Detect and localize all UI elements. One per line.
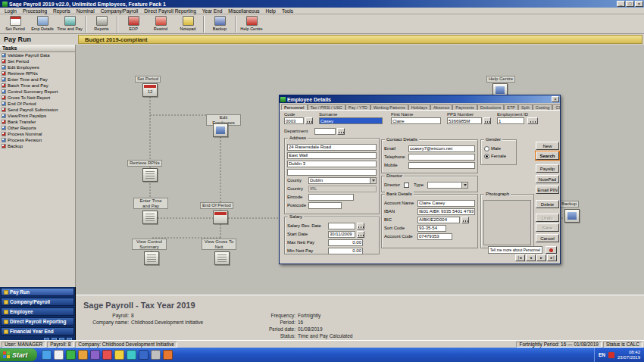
toolbar-eop-button[interactable]: EOP	[120, 15, 147, 31]
tab-personnel[interactable]: Personnel	[281, 104, 308, 110]
director-type-dropdown[interactable]	[427, 182, 468, 189]
taskbar-app-icon[interactable]	[151, 350, 161, 360]
menu-miscellaneous[interactable]: Miscellaneous	[225, 8, 262, 14]
county-dropdown[interactable]: Dublin	[308, 177, 377, 184]
tab-etp[interactable]: ETP	[504, 104, 518, 110]
department-browse-button[interactable]	[337, 128, 345, 135]
taskbar-app-icon[interactable]	[78, 350, 88, 360]
toolbar-rewind-button[interactable]: Rewind	[147, 15, 174, 31]
nav-direct-payroll-reporting[interactable]: Direct Payroll Reporting	[1, 317, 74, 326]
bic-input[interactable]	[417, 217, 460, 223]
task-bank-transfer[interactable]: Bank Transfer	[0, 119, 75, 125]
code-browse-button[interactable]	[305, 117, 313, 124]
task-edit-employees[interactable]: Edit Employees	[0, 64, 75, 70]
flow-node-retrieve-rpns[interactable]	[142, 168, 158, 182]
flow-node-view-control-summary[interactable]	[144, 251, 159, 265]
flow-node-set-period[interactable]: 12	[142, 83, 158, 97]
taskbar-app-icon[interactable]	[127, 350, 136, 360]
tab-cso[interactable]: CSO	[552, 104, 560, 110]
gender-male-option[interactable]: Male	[484, 145, 513, 151]
flow-node-backup[interactable]	[564, 209, 580, 223]
maximize-button[interactable]: □	[626, 1, 634, 7]
menu-year-end[interactable]: Year End	[199, 8, 226, 14]
iban-input[interactable]	[417, 208, 475, 215]
toolbar-backup-button[interactable]: Backup	[206, 15, 233, 31]
nav-pay-run[interactable]: Pay Run	[1, 288, 74, 296]
task-backup[interactable]: Backup	[0, 143, 75, 149]
tab-pay-ytd[interactable]: Pay / YTD	[345, 104, 370, 110]
tab-working-patterns[interactable]: Working Patterns	[370, 104, 408, 110]
pps-browse-button[interactable]	[483, 117, 491, 124]
telephone-input[interactable]	[408, 154, 475, 161]
toolbar-reports-button[interactable]: Reports	[88, 15, 115, 31]
menu-help[interactable]: Help	[263, 8, 279, 14]
task-set-period[interactable]: Set Period	[0, 58, 75, 64]
next-record-button[interactable]: ►	[536, 254, 546, 261]
tab-holidays[interactable]: Holidays	[408, 104, 430, 110]
task-enter-time-and-pay[interactable]: Enter Time and Pay	[0, 76, 75, 83]
task-other-reports[interactable]: Other Reports	[0, 125, 75, 131]
address-line3-input[interactable]	[287, 161, 377, 167]
tab-tax-prsi-usc[interactable]: Tax / PRSI / USC	[308, 104, 345, 110]
start-button[interactable]: Start	[0, 348, 37, 361]
flow-node-view-gross-to-nett[interactable]	[214, 251, 230, 265]
eircode-input[interactable]	[308, 194, 354, 201]
account-name-input[interactable]	[417, 200, 475, 207]
tell-me-more-button[interactable]: Tell me more about Personnel	[488, 246, 542, 254]
email-input[interactable]	[408, 145, 475, 152]
menu-reports[interactable]: Reports	[50, 8, 73, 14]
delete-button[interactable]: Delete	[536, 200, 559, 208]
previous-record-button[interactable]: ◄	[526, 254, 536, 261]
toolbar-set-period-button[interactable]: Set Period	[2, 15, 29, 31]
code-input[interactable]	[284, 117, 304, 124]
flow-node-enter-time-and-pay[interactable]	[142, 211, 158, 224]
postcode-input[interactable]	[308, 202, 342, 209]
max-nett-pay-input[interactable]	[328, 239, 363, 246]
surname-input[interactable]	[319, 117, 383, 124]
menu-processing[interactable]: Processing	[20, 8, 50, 14]
taskbar-app-icon[interactable]	[90, 350, 100, 360]
menu-direct-payroll-reporting[interactable]: Direct Payroll Reporting	[141, 8, 199, 14]
task-process-nominal[interactable]: Process Nominal	[0, 131, 75, 137]
address-line4-input[interactable]	[287, 169, 377, 176]
toolbar-time-and-pay-button[interactable]: Time and Pay	[56, 15, 83, 31]
employment-id-browse-button[interactable]	[527, 117, 538, 124]
address-line1-input[interactable]	[287, 144, 377, 151]
task-process-pension[interactable]: Process Pension	[0, 137, 75, 143]
director-checkbox[interactable]	[404, 183, 409, 188]
photograph-placeholder[interactable]	[483, 200, 531, 245]
flow-node-end-of-period[interactable]	[213, 211, 228, 224]
mobile-input[interactable]	[408, 162, 475, 169]
last-record-button[interactable]: ►|	[547, 254, 557, 261]
task-send-payroll-submission[interactable]: Send Payroll Submission	[0, 107, 75, 113]
first-record-button[interactable]: |◄	[515, 254, 525, 261]
taskbar-app-icon[interactable]	[114, 350, 124, 360]
bic-browse-button[interactable]	[461, 217, 469, 223]
menu-company-payroll[interactable]: Company/Payroll	[98, 8, 142, 14]
email-pin-button[interactable]: Email PIN	[536, 186, 559, 194]
start-date-input[interactable]	[328, 231, 355, 238]
calendar-picker-icon[interactable]	[357, 223, 364, 229]
toolbar-emp-details-button[interactable]: Emp Details	[29, 15, 56, 31]
dialog-titlebar[interactable]: Employee Details ×	[280, 95, 560, 103]
task-gross-to-nett-report[interactable]: Gross To Nett Report	[0, 95, 75, 101]
nav-employee[interactable]: Employee	[1, 307, 74, 316]
task-view-print-payslips[interactable]: View/Print Payslips	[0, 113, 75, 119]
first-name-input[interactable]	[391, 117, 441, 124]
task-retrieve-rpns[interactable]: Retrieve RPNs	[0, 70, 75, 76]
employment-id-input[interactable]	[497, 117, 524, 124]
tab-costing[interactable]: Costing	[533, 104, 553, 110]
taskbar-app-icon[interactable]	[139, 350, 148, 360]
taskbar-app-icon[interactable]	[102, 350, 112, 360]
taskbar-app-icon[interactable]	[163, 350, 173, 360]
male-radio[interactable]	[484, 146, 489, 151]
female-radio[interactable]	[484, 154, 489, 159]
payslip-button[interactable]: Payslip	[536, 164, 559, 173]
nav-company-payroll[interactable]: Company/Payroll	[1, 298, 74, 306]
task-batch-time-and-pay[interactable]: Batch Time and Pay	[0, 83, 75, 89]
menu-tools[interactable]: Tools	[279, 8, 296, 14]
calendar-picker-icon[interactable]	[357, 231, 364, 238]
tab-split[interactable]: Split	[518, 104, 533, 110]
tab-deductions[interactable]: Deductions	[477, 104, 505, 110]
tab-payments[interactable]: Payments	[452, 104, 477, 110]
